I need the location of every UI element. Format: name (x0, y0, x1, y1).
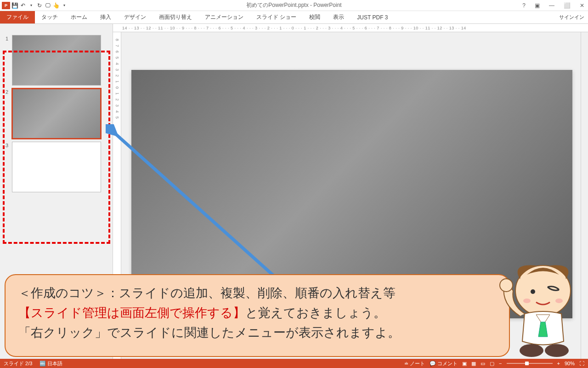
ribbon-tabs: ファイル タッチ ホーム 挿入 デザイン 画面切り替え アニメーション スライド… (0, 11, 588, 24)
thumbnail-row-3: 3 (6, 142, 107, 192)
thumbnail-number: 1 (6, 35, 12, 41)
reading-view-icon[interactable]: ▭ (481, 361, 485, 367)
zoom-level[interactable]: 90% (565, 361, 575, 366)
ribbon-options-icon[interactable]: ▣ (533, 2, 542, 9)
help-icon[interactable]: ? (520, 2, 527, 9)
slide-counter[interactable]: スライド 2/3 (4, 360, 32, 367)
zoom-slider[interactable] (507, 363, 553, 364)
mascot-character (492, 259, 584, 360)
close-icon[interactable]: ✕ (578, 2, 586, 9)
tab-slideshow[interactable]: スライド ショー (250, 11, 303, 23)
tab-review[interactable]: 校閲 (303, 11, 327, 23)
tab-justpdf[interactable]: JUST PDF 3 (351, 11, 394, 23)
slide-thumbnail-1[interactable] (12, 35, 101, 86)
thumbnail-number: 3 (6, 142, 12, 148)
slide-thumbnail-3[interactable] (12, 142, 101, 192)
tip-callout: ＜作成のコツ＞：スライドの追加、複製、削除、順番の入れ替え等 【スライド管理は画… (5, 274, 510, 357)
redo-icon[interactable]: ↻ (36, 2, 43, 9)
start-from-beginning-icon[interactable]: 🖵 (44, 2, 51, 9)
tab-home[interactable]: ホーム (64, 11, 94, 23)
fit-to-window-icon[interactable]: ⛶ (579, 361, 584, 366)
horizontal-ruler: 14 · · 13 · · 12 · · 11 · · 10 · · 9 · ·… (113, 24, 588, 32)
thumbnail-row-2: 2 (6, 88, 107, 139)
slideshow-view-icon[interactable]: ▢ (490, 361, 494, 367)
zoom-in-icon[interactable]: + (557, 361, 560, 366)
comments-button[interactable]: 💬 コメント (430, 360, 458, 367)
zoom-out-icon[interactable]: − (499, 361, 502, 366)
tab-transitions[interactable]: 画面切り替え (153, 11, 198, 23)
tab-file[interactable]: ファイル (0, 11, 35, 23)
save-icon[interactable]: 💾 (11, 2, 18, 9)
slide-thumbnail-2[interactable] (12, 88, 101, 139)
svg-point-6 (520, 344, 543, 357)
sign-in-link[interactable]: サインイン (559, 14, 584, 21)
powerpoint-app-icon: P (2, 2, 10, 9)
window-controls: ? ▣ — ⬜ ✕ (520, 2, 586, 9)
normal-view-icon[interactable]: ▣ (462, 361, 467, 367)
callout-line3: 「右クリック」でスライドに関連したメニューが表示されますよ。 (18, 326, 400, 339)
svg-point-2 (531, 289, 535, 294)
tab-view[interactable]: 表示 (327, 11, 351, 23)
touch-mode-icon[interactable]: 👆 (52, 2, 60, 9)
svg-point-1 (515, 265, 571, 316)
language-indicator[interactable]: 🔤 日本語 (40, 360, 62, 367)
thumbnail-row-1: 1 (6, 35, 107, 86)
undo-icon[interactable]: ↶ (19, 2, 27, 9)
tab-design[interactable]: デザイン (118, 11, 153, 23)
qat-menu-icon[interactable]: ▾ (61, 2, 68, 9)
minimize-icon[interactable]: — (547, 2, 556, 9)
window-title: 初めてのPowerPoint.pptx - PowerPoint (246, 1, 341, 9)
svg-point-3 (523, 299, 531, 303)
callout-line2-highlight: 【スライド管理は画面左側で操作する】 (18, 306, 245, 320)
tab-animations[interactable]: アニメーション (198, 11, 250, 23)
callout-line2-rest: と覚えておきましょう。 (245, 306, 386, 320)
thumbnail-number: 2 (6, 88, 12, 95)
tab-insert[interactable]: 挿入 (94, 11, 118, 23)
svg-point-7 (545, 344, 569, 357)
dropdown-icon[interactable]: ▾ (28, 2, 35, 9)
title-bar: P 💾 ↶ ▾ ↻ 🖵 👆 ▾ 初めてのPowerPoint.pptx - Po… (0, 0, 588, 11)
quick-access-toolbar: P 💾 ↶ ▾ ↻ 🖵 👆 ▾ (0, 2, 68, 9)
status-bar: スライド 2/3 🔤 日本語 ≐ ノート 💬 コメント ▣ ▦ ▭ ▢ − + … (0, 359, 588, 368)
slide-sorter-icon[interactable]: ▦ (471, 361, 476, 367)
svg-point-4 (555, 299, 563, 303)
callout-line1: ＜作成のコツ＞：スライドの追加、複製、削除、順番の入れ替え等 (18, 286, 396, 300)
svg-point-5 (500, 279, 513, 292)
notes-button[interactable]: ≐ ノート (404, 360, 425, 367)
maximize-icon[interactable]: ⬜ (562, 2, 572, 9)
tab-touch[interactable]: タッチ (35, 11, 64, 23)
